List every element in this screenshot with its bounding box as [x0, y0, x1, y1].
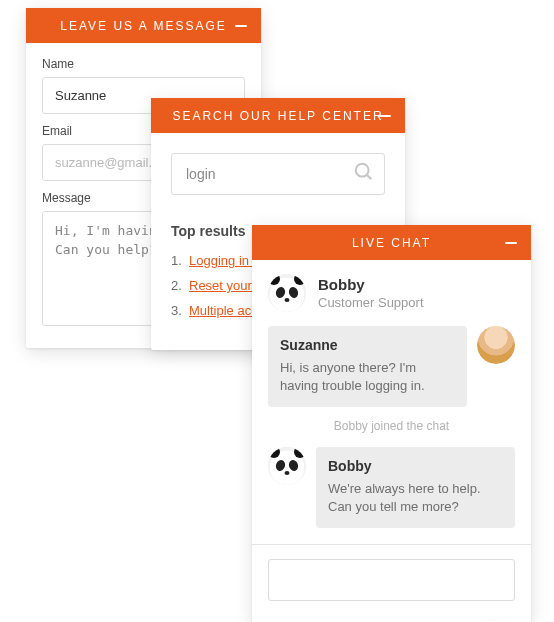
message-bubble: Bobby We're always here to help. Can you…: [316, 447, 515, 528]
svg-point-0: [356, 164, 369, 177]
leave-message-title: LEAVE US A MESSAGE: [60, 19, 227, 33]
agent-avatar: [268, 447, 306, 485]
chat-message-agent: Bobby We're always here to help. Can you…: [268, 447, 515, 528]
message-text: Hi, is anyone there? I'm having trouble …: [280, 360, 425, 393]
search-icon[interactable]: [353, 161, 375, 187]
chat-input[interactable]: [268, 559, 515, 601]
minimize-icon[interactable]: [235, 25, 247, 27]
agent-avatar: [268, 274, 306, 312]
help-center-title: SEARCH OUR HELP CENTER: [172, 109, 383, 123]
result-link[interactable]: Logging in o: [189, 253, 260, 268]
agent-info: Bobby Customer Support: [268, 274, 515, 312]
message-bubble: Suzanne Hi, is anyone there? I'm having …: [268, 326, 467, 407]
message-author: Bobby: [328, 457, 503, 477]
live-chat-title: LIVE CHAT: [352, 236, 431, 250]
system-message: Bobby joined the chat: [268, 419, 515, 433]
name-label: Name: [42, 57, 245, 71]
live-chat-header: LIVE CHAT: [252, 225, 531, 260]
live-chat-panel: LIVE CHAT Bobby Customer Support Suzanne…: [252, 225, 531, 622]
leave-message-header: LEAVE US A MESSAGE: [26, 8, 261, 43]
agent-name: Bobby: [318, 276, 424, 293]
user-avatar: [477, 326, 515, 364]
chat-message-user: Suzanne Hi, is anyone there? I'm having …: [268, 326, 515, 407]
minimize-icon[interactable]: [379, 115, 391, 117]
minimize-icon[interactable]: [505, 242, 517, 244]
help-center-header: SEARCH OUR HELP CENTER: [151, 98, 405, 133]
message-text: We're always here to help. Can you tell …: [328, 481, 481, 514]
agent-role: Customer Support: [318, 295, 424, 310]
chat-input-area: [252, 544, 531, 622]
svg-line-1: [367, 175, 372, 180]
message-author: Suzanne: [280, 336, 455, 356]
